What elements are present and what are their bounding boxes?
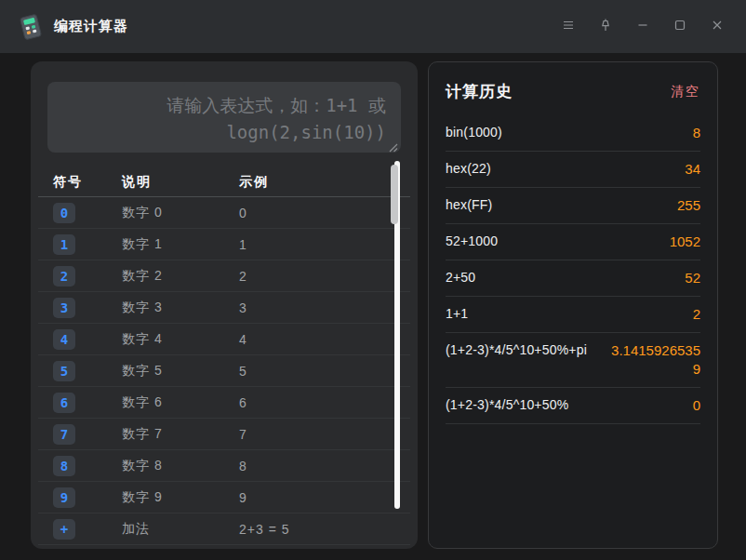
expression-input-wrap	[47, 82, 401, 153]
history-result: 34	[685, 160, 700, 179]
symbol-badge: 2	[53, 266, 75, 287]
history-expression: hex(FF)	[446, 196, 492, 212]
symbol-desc: 数字 4	[122, 331, 239, 348]
symbol-example: 4	[239, 332, 395, 347]
table-row: 4 数字 4 4	[38, 324, 410, 355]
history-entry[interactable]: 52+1000 1052	[446, 224, 700, 260]
history-expression: (1+2-3)*4/5^10+50%+pi	[446, 341, 587, 357]
table-row: 0 数字 0 0	[38, 197, 410, 229]
menu-icon	[561, 18, 576, 35]
history-result: 52	[685, 269, 700, 287]
history-result: 2	[693, 305, 700, 324]
symbol-desc: 数字 7	[122, 426, 239, 443]
symbol-badge: 0	[53, 203, 75, 223]
symbol-badge: 3	[53, 298, 75, 318]
symbol-example: 3	[239, 300, 395, 315]
history-result: 255	[677, 196, 700, 215]
history-entry[interactable]: 1+1 2	[446, 297, 700, 333]
history-header: 计算历史 清空	[446, 62, 700, 102]
symbol-desc: 数字 5	[122, 363, 239, 380]
symbol-badge: 8	[53, 456, 75, 476]
symbol-badge: 4	[53, 329, 75, 350]
history-entry[interactable]: hex(22) 34	[446, 152, 700, 188]
close-button[interactable]	[701, 13, 733, 41]
symbol-example: 6	[239, 395, 395, 410]
history-result: 8	[693, 124, 700, 142]
history-entry[interactable]: bin(1000) 8	[446, 115, 700, 152]
header-example: 示例	[239, 174, 395, 191]
symbol-badge: 9	[53, 487, 75, 508]
close-icon	[710, 18, 725, 35]
app-title: 编程计算器	[54, 18, 128, 35]
symbol-badge: 1	[53, 234, 75, 255]
symbol-desc: 数字 1	[122, 236, 239, 253]
table-scrollbar-thumb[interactable]	[391, 165, 398, 224]
header-desc: 说明	[122, 174, 239, 191]
symbol-desc: 数字 8	[122, 458, 239, 474]
history-entry[interactable]: (1+2-3)*4/5^10+50% 0	[446, 388, 700, 424]
history-expression: hex(22)	[446, 160, 491, 176]
symbol-example: 1	[239, 237, 395, 252]
symbol-desc: 数字 0	[122, 205, 239, 221]
table-row: 6 数字 6 6	[38, 387, 410, 419]
symbol-example: 2	[239, 269, 395, 284]
clear-history-button[interactable]: 清空	[671, 84, 700, 100]
maximize-icon	[673, 18, 687, 35]
history-title: 计算历史	[446, 81, 513, 102]
table-row: + 加法 2+3 = 5	[38, 513, 410, 545]
history-panel: 计算历史 清空 bin(1000) 8 hex(22) 34 hex(FF) 2…	[428, 61, 718, 549]
maximize-button[interactable]	[664, 13, 696, 41]
history-entry[interactable]: hex(FF) 255	[446, 188, 700, 224]
history-result: 3.14159265359	[607, 341, 700, 379]
symbol-badge: 7	[53, 424, 75, 445]
pin-icon	[598, 18, 613, 35]
symbol-table-header: 符号 说明 示例	[38, 167, 410, 197]
symbol-badge: 5	[53, 361, 75, 381]
titlebar: 编程计算器	[0, 0, 746, 53]
table-row: 2 数字 2 2	[38, 260, 410, 292]
symbol-badge: 6	[53, 393, 75, 413]
symbol-example: 8	[239, 459, 395, 473]
minimize-icon	[635, 18, 650, 35]
history-expression: 1+1	[446, 305, 468, 321]
table-row: 5 数字 5 5	[38, 355, 410, 387]
table-row: 1 数字 1 1	[38, 229, 410, 260]
symbol-example: 7	[239, 427, 395, 442]
table-row: 7 数字 7 7	[38, 419, 410, 450]
history-list: bin(1000) 8 hex(22) 34 hex(FF) 255 52+10…	[446, 115, 700, 424]
history-expression: (1+2-3)*4/5^10+50%	[446, 396, 568, 412]
history-result: 1052	[670, 233, 700, 251]
history-entry[interactable]: 2+50 52	[446, 260, 700, 297]
expression-panel: 符号 说明 示例 0 数字 0 0 1 数字 1 1 2 数字 2 2 3 数字…	[31, 61, 418, 549]
history-entry[interactable]: (1+2-3)*4/5^10+50%+pi 3.14159265359	[446, 333, 700, 388]
expression-input[interactable]	[47, 82, 401, 153]
symbol-desc: 数字 3	[122, 300, 239, 316]
symbol-example: 2+3 = 5	[239, 522, 395, 537]
symbol-desc: 加法	[122, 521, 239, 538]
minimize-button[interactable]	[627, 13, 659, 41]
symbol-desc: 数字 9	[122, 489, 239, 506]
symbol-example: 5	[239, 364, 395, 379]
symbol-desc: 数字 2	[122, 268, 239, 285]
history-expression: 2+50	[446, 269, 475, 285]
symbol-table: 符号 说明 示例 0 数字 0 0 1 数字 1 1 2 数字 2 2 3 数字…	[38, 167, 410, 545]
symbol-example: 0	[239, 206, 395, 220]
table-row: 3 数字 3 3	[38, 292, 410, 324]
symbol-example: 9	[239, 490, 395, 505]
table-row: 9 数字 9 9	[38, 482, 410, 513]
symbol-desc: 数字 6	[122, 394, 239, 411]
pin-button[interactable]	[590, 13, 621, 41]
history-expression: bin(1000)	[446, 124, 502, 140]
symbol-badge: +	[53, 519, 75, 540]
menu-button[interactable]	[553, 13, 584, 41]
history-expression: 52+1000	[446, 233, 498, 248]
table-row: 8 数字 8 8	[38, 450, 410, 482]
resize-handle[interactable]	[388, 140, 398, 150]
calculator-app-icon	[17, 12, 45, 42]
history-result: 0	[693, 396, 700, 415]
header-symbol: 符号	[53, 174, 122, 191]
